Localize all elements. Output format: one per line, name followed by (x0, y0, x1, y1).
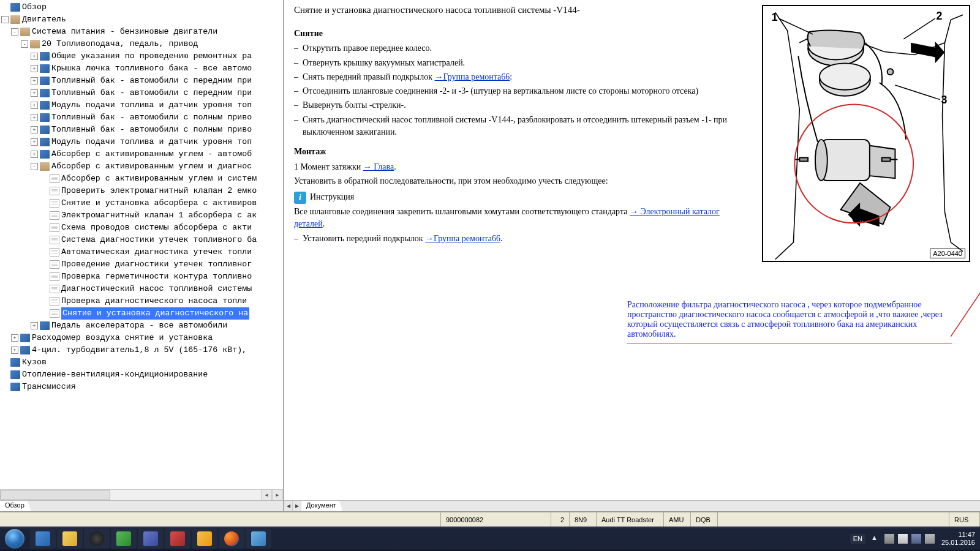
tree-item[interactable]: Абсорбер с активированным углем и систем (0, 173, 283, 185)
tree-item[interactable]: Схема проводов системы абсорбера с акти (0, 222, 283, 234)
scroll-right-button[interactable]: ▶ (272, 490, 283, 500)
taskbar[interactable]: EN ▲ 11:47 25.01.2016 (0, 527, 980, 551)
taskbar-app-word[interactable] (30, 529, 56, 549)
tree-item[interactable]: Отопление-вентиляция-кондиционирование (0, 369, 283, 381)
taskbar-app-sound[interactable] (246, 529, 271, 549)
link-chapter[interactable]: → Глава (363, 162, 394, 171)
taskbar-app-generic1[interactable] (138, 529, 164, 549)
figure: 1 2 3 A20-0440 (762, 5, 970, 262)
tree-item-label: Проверка герметичности контура топливно (61, 271, 252, 283)
expand-icon[interactable]: + (31, 126, 38, 133)
tree-item[interactable]: +Расходомер воздуха снятие и установка (0, 332, 283, 344)
link-repair-group[interactable]: →Группа ремонта66 (425, 234, 500, 243)
tray-lang[interactable]: EN (850, 534, 865, 544)
tree-item[interactable]: -Двигатель (0, 13, 283, 26)
tree-item-label: Абсорбер с активированным углем - автомо… (51, 148, 252, 160)
horizontal-scrollbar[interactable]: ◀ ▶ (0, 489, 283, 500)
tree-item[interactable]: +Абсорбер с активированным углем - автом… (0, 148, 283, 160)
tree-item[interactable]: Обзор (0, 1, 283, 13)
tree-item-label: Топливный бак - автомобили с полным прив… (51, 124, 252, 136)
tree-item[interactable]: +4-цил. турбодвигатель1,8 л 5V (165-176 … (0, 344, 283, 356)
tree-item[interactable]: +Педаль акселератора - все автомобили (0, 320, 283, 332)
tree-item[interactable]: Электромагнитный клапан 1 абсорбера с ак (0, 209, 283, 222)
tree-item[interactable]: +Топливный бак - автомобили с полным при… (0, 111, 283, 124)
tab-document[interactable]: Документ (301, 501, 343, 511)
expand-icon[interactable]: + (11, 334, 18, 342)
expand-icon[interactable]: + (11, 347, 18, 354)
scrollbar-thumb[interactable] (0, 490, 110, 500)
navigation-pane: Обзор-Двигатель-Система питания - бензин… (0, 0, 284, 511)
expand-icon[interactable]: + (31, 77, 38, 84)
tab-nav-next[interactable]: ▶ (293, 501, 301, 511)
tree-item[interactable]: -Абсорбер с активированным углем и диагн… (0, 160, 283, 173)
system-tray[interactable]: EN ▲ 11:47 25.01.2016 (850, 531, 980, 546)
book-closed-icon (10, 383, 20, 391)
tree-item-label: Трансмиссия (22, 381, 76, 393)
tree-item[interactable]: Диагностический насос топливной системы (0, 283, 283, 295)
tree-item[interactable]: Кузов (0, 356, 283, 369)
scroll-left-button[interactable]: ◀ (261, 490, 272, 500)
tree-item[interactable]: Система диагностики утечек топливного ба (0, 234, 283, 246)
expand-icon[interactable]: + (31, 114, 38, 121)
tree-item[interactable]: -20 Топливоподача, педаль, привод (0, 38, 283, 50)
tab-nav-prev[interactable]: ◀ (284, 501, 293, 511)
start-button[interactable] (0, 527, 29, 551)
taskbar-app-excel[interactable] (111, 529, 137, 549)
tree-item-label: Модуль подачи топлива и датчик уровня то… (51, 136, 252, 148)
tree-item-label: 4-цил. турбодвигатель1,8 л 5V (165-176 к… (32, 344, 247, 356)
collapse-icon[interactable]: - (21, 40, 28, 48)
tree-item-label: Топливный бак - автомобили с передним пр… (51, 75, 252, 87)
expand-icon[interactable]: + (31, 102, 38, 109)
tree-item[interactable]: +Топливный бак - автомобили с полным при… (0, 124, 283, 136)
tray-network-icon[interactable] (911, 534, 921, 544)
figure-svg: 1 2 3 (763, 6, 969, 261)
expand-icon[interactable]: + (31, 322, 38, 329)
taskbar-app-firefox[interactable] (219, 529, 244, 549)
tree-item[interactable]: Снятие и установка диагностического на (0, 307, 283, 320)
tray-volume-icon[interactable] (925, 534, 935, 544)
taskbar-app-dark[interactable] (84, 529, 110, 549)
tab-overview[interactable]: Обзор (0, 501, 31, 511)
tree-item-label: Система питания - бензиновые двигатели (32, 26, 217, 38)
tree-item[interactable]: Проверить электромагнитный клапан 2 емко (0, 185, 283, 197)
tree-item-label: Проверить электромагнитный клапан 2 емко (61, 185, 257, 197)
tree-item[interactable]: +Модуль подачи топлива и датчик уровня т… (0, 99, 283, 111)
tree-item[interactable]: Проверка герметичности контура топливно (0, 271, 283, 283)
tree-item[interactable]: +Топливный бак - автомобили с передним п… (0, 87, 283, 99)
tree-item-label: Диагностический насос топливной системы (61, 283, 252, 295)
figure-label: A20-0440 (930, 249, 965, 258)
taskbar-app-generic2[interactable] (165, 529, 190, 549)
tray-show-hidden-icon[interactable]: ▲ (871, 534, 881, 544)
taskbar-clock[interactable]: 11:47 25.01.2016 (941, 531, 975, 546)
tree-item[interactable]: Проверка диагностического насоса топли (0, 295, 283, 307)
tree-item-label: Двигатель (22, 13, 66, 26)
expand-icon[interactable]: + (31, 89, 38, 97)
expand-icon[interactable]: + (31, 65, 38, 72)
info-icon: i (294, 192, 306, 204)
tray-flag-icon[interactable] (898, 534, 908, 544)
expand-icon[interactable]: + (31, 151, 38, 158)
tree-item[interactable]: Автоматическая диагностика утечек топли (0, 246, 283, 258)
collapse-icon[interactable]: - (1, 16, 9, 23)
link-repair-group[interactable]: →Группа ремонта66 (435, 72, 510, 81)
collapse-icon[interactable]: - (11, 28, 18, 36)
taskbar-app-explorer[interactable] (57, 529, 83, 549)
nav-tree[interactable]: Обзор-Двигатель-Система питания - бензин… (0, 0, 283, 489)
tree-item[interactable]: +Общие указания по проведению ремонтных … (0, 50, 283, 62)
taskbar-app-outlook[interactable] (192, 529, 217, 549)
left-tab-bar: Обзор (0, 500, 283, 511)
expand-icon[interactable]: + (31, 138, 38, 146)
tree-item[interactable]: +Топливный бак - автомобили с передним п… (0, 75, 283, 87)
tree-item[interactable]: +Крышка лючка топливного бака - все авто… (0, 62, 283, 75)
tray-power-icon[interactable] (884, 534, 894, 544)
tree-item[interactable]: Трансмиссия (0, 381, 283, 393)
tree-item[interactable]: +Модуль подачи топлива и датчик уровня т… (0, 136, 283, 148)
collapse-icon[interactable]: - (31, 163, 38, 170)
status-engine: AMU (664, 512, 691, 527)
tree-item[interactable]: Снятие и установка абсорбера с активиров (0, 197, 283, 209)
expand-icon[interactable]: + (31, 53, 38, 60)
tree-item-label: Топливный бак - автомобили с полным прив… (51, 111, 252, 124)
tree-item[interactable]: Проведение диагностики утечек топливног (0, 258, 283, 271)
book-closed-icon (10, 3, 20, 12)
tree-item[interactable]: -Система питания - бензиновые двигатели (0, 26, 283, 38)
